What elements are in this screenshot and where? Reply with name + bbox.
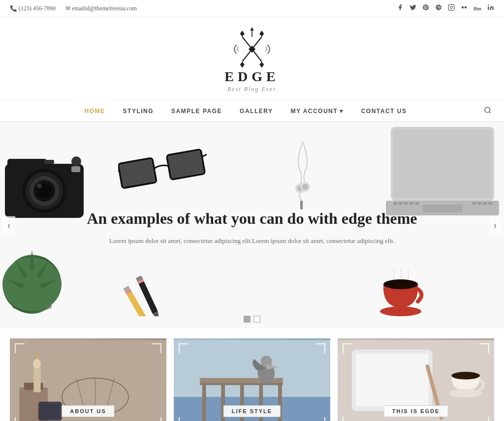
logo-area: EDGE Best Blog Ever [0, 17, 504, 101]
top-bar-contact: 📞 (123) 456-7890 ✉ emailid@themefreesia.… [10, 5, 137, 12]
svg-marker-14 [250, 27, 253, 30]
slider-next-button[interactable]: › [489, 216, 502, 235]
hero-description: Lorem ipsum dolor sit amet, consectetur … [85, 236, 419, 246]
main-nav: HOME STYLING SAMPLE PAGE GALLERY MY ACCO… [0, 101, 504, 122]
nav-styling[interactable]: STYLING [114, 101, 163, 121]
svg-point-24 [37, 183, 42, 188]
hero-earphones-item [276, 132, 330, 210]
svg-marker-11 [259, 61, 264, 68]
svg-point-15 [485, 107, 490, 113]
logo-icon [225, 27, 279, 71]
phone-number: (123) 456-7890 [19, 5, 56, 12]
card-2-label: LIFE STYLE [223, 405, 281, 417]
svg-point-5 [488, 4, 489, 5]
svg-point-72 [383, 279, 418, 289]
flickr-link[interactable] [461, 4, 468, 13]
card-1-corner-br [152, 417, 161, 421]
svg-rect-99 [356, 353, 429, 406]
svg-point-26 [71, 156, 81, 166]
svg-rect-25 [71, 166, 80, 172]
hero-section: ‹ [0, 122, 504, 329]
email-address: emailid@themefreesia.com [72, 5, 137, 12]
svg-point-4 [465, 6, 467, 9]
card-about-us[interactable]: ABOUT US [10, 338, 166, 421]
hero-coffee-item [376, 265, 425, 319]
svg-rect-42 [423, 205, 462, 212]
slider-dot-2[interactable] [253, 316, 260, 323]
card-3-corner-tl [343, 343, 352, 353]
logo-title: EDGE [224, 69, 279, 85]
svg-rect-45 [404, 202, 408, 205]
linkedin-link[interactable] [487, 4, 494, 13]
nav-links: HOME STYLING SAMPLE PAGE GALLERY MY ACCO… [10, 101, 481, 121]
svg-point-104 [449, 389, 482, 397]
svg-rect-50 [483, 202, 487, 205]
top-bar: 📞 (123) 456-7890 ✉ emailid@themefreesia.… [0, 0, 504, 17]
phone-icon: 📞 [10, 5, 19, 12]
hero-title: An examples of what you can do with edge… [85, 209, 419, 229]
svg-point-77 [33, 359, 40, 368]
svg-marker-10 [240, 61, 245, 68]
hero-content: An examples of what you can do with edge… [85, 209, 419, 246]
slider-prev-button[interactable]: ‹ [2, 216, 15, 235]
instagram-link[interactable] [448, 4, 455, 13]
hero-glasses-item [118, 142, 207, 206]
logo-subtitle: Best Blog Ever [227, 86, 277, 93]
svg-rect-46 [410, 202, 413, 205]
card-1-label: ABOUT US [62, 405, 114, 417]
card-2-corner-bl [179, 417, 189, 421]
svg-rect-84 [41, 404, 60, 419]
lastfm-link[interactable]: lfm [473, 5, 481, 11]
card-2-corner-br [315, 417, 325, 421]
svg-rect-44 [399, 202, 403, 205]
nav-sample-page[interactable]: SAMPLE PAGE [162, 101, 231, 121]
card-2-corner-tl [179, 343, 189, 353]
card-life-style[interactable]: LIFE STYLE [174, 338, 330, 421]
svg-rect-47 [415, 202, 419, 205]
nav-my-account-dropdown: MY ACCOUNT ▾ [282, 101, 352, 121]
card-1-corner-tl [15, 343, 25, 353]
svg-point-103 [451, 372, 480, 379]
nav-gallery[interactable]: GALLERY [231, 101, 282, 121]
card-3-label: THIS IS EGDE [384, 405, 448, 417]
svg-point-3 [462, 6, 464, 9]
email-info: ✉ emailid@themefreesia.com [65, 5, 137, 12]
dribbble-link[interactable] [435, 4, 442, 13]
slider-dots [244, 316, 260, 323]
slider-dot-1[interactable] [244, 316, 251, 323]
svg-marker-9 [259, 30, 264, 37]
card-3-corner-tr [479, 343, 489, 353]
twitter-link[interactable] [410, 4, 416, 13]
nav-home[interactable]: HOME [76, 101, 114, 121]
nav-contact-us[interactable]: CONTACT US [352, 101, 416, 121]
svg-rect-18 [7, 159, 47, 169]
svg-rect-51 [488, 202, 492, 205]
social-links: lfm [397, 4, 494, 13]
dropdown-arrow: ▾ [340, 108, 344, 115]
svg-rect-93 [200, 383, 283, 385]
card-this-is-edge[interactable]: THIS IS EGDE [338, 338, 494, 421]
svg-rect-48 [472, 202, 476, 205]
nav-my-account[interactable]: MY ACCOUNT ▾ [282, 101, 352, 121]
svg-rect-1 [448, 4, 454, 10]
logo-emblem: EDGE Best Blog Ever [5, 27, 499, 93]
svg-rect-49 [477, 202, 481, 205]
cards-section: ABOUT US LIFE ST [0, 329, 504, 421]
mail-icon: ✉ [65, 5, 72, 12]
facebook-link[interactable] [397, 4, 404, 13]
svg-rect-43 [393, 202, 397, 205]
hero-pencils-item [98, 267, 197, 316]
svg-rect-40 [393, 129, 492, 198]
svg-rect-85 [174, 340, 330, 397]
card-1-corner-bl [15, 417, 25, 421]
card-3-corner-br [479, 417, 489, 421]
svg-line-16 [489, 112, 491, 113]
svg-marker-8 [240, 30, 245, 37]
card-2-corner-tr [315, 343, 325, 353]
search-icon[interactable] [481, 101, 494, 121]
phone-info: 📞 (123) 456-7890 [10, 5, 56, 12]
svg-rect-27 [44, 160, 54, 164]
pinterest-link[interactable] [422, 4, 429, 13]
hero-plant-item [0, 245, 64, 314]
card-3-corner-bl [343, 417, 352, 421]
